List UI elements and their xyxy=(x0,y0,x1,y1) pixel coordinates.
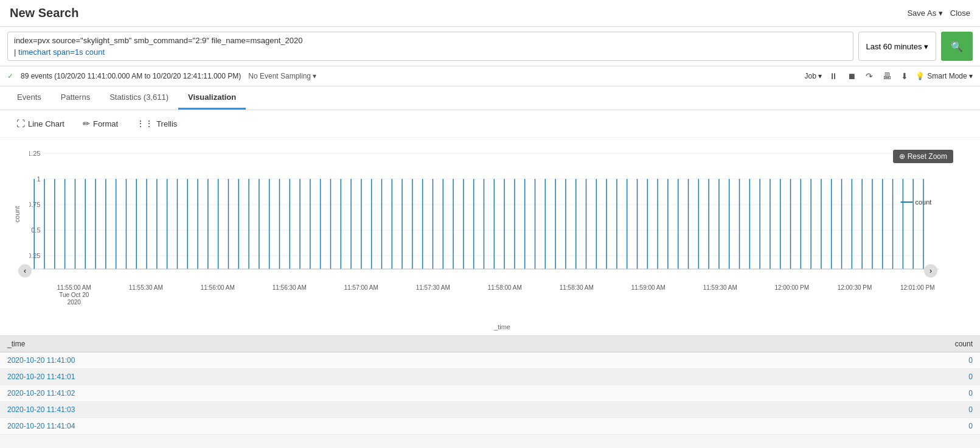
table-row: 2020-10-20 11:41:030 xyxy=(0,402,980,418)
cell-time: 2020-10-20 11:41:01 xyxy=(0,369,703,385)
trellis-icon: ⋮⋮ xyxy=(136,119,153,128)
query-line1: index=pvx source="skylight_smb" smb_comm… xyxy=(14,36,847,45)
stop-button[interactable]: ⏹ xyxy=(845,70,858,82)
table-row: 2020-10-20 11:41:010 xyxy=(0,369,980,385)
svg-text:11:56:00 AM: 11:56:00 AM xyxy=(201,284,235,291)
svg-text:0.75: 0.75 xyxy=(29,201,41,208)
x-axis-svg: 11:55:00 AM Tue Oct 20 2020 11:55:30 AM … xyxy=(29,281,926,321)
tab-patterns[interactable]: Patterns xyxy=(51,86,100,110)
cell-time: 2020-10-20 11:41:03 xyxy=(0,402,703,418)
tabs: Events Patterns Statistics (3,611) Visua… xyxy=(0,86,980,110)
status-events-text: 89 events (10/20/20 11:41:00.000 AM to 1… xyxy=(21,72,241,80)
svg-text:11:57:00 AM: 11:57:00 AM xyxy=(344,284,378,291)
data-table: _time count 2020-10-20 11:41:0002020-10-… xyxy=(0,336,980,435)
search-button[interactable]: 🔍 xyxy=(941,32,973,61)
close-button[interactable]: Close xyxy=(950,9,970,18)
table-header-row: _time count xyxy=(0,336,980,352)
event-sampling-button[interactable]: No Event Sampling ▾ xyxy=(248,72,316,80)
svg-text:11:57:30 AM: 11:57:30 AM xyxy=(416,284,450,291)
x-axis-label: _time xyxy=(5,321,975,335)
print-button[interactable]: 🖶 xyxy=(880,70,894,82)
svg-text:11:56:30 AM: 11:56:30 AM xyxy=(273,284,307,291)
table-row: 2020-10-20 11:41:040 xyxy=(0,418,980,435)
svg-text:12:00:00 PM: 12:00:00 PM xyxy=(774,284,809,291)
header-actions: Save As ▾ Close xyxy=(907,9,970,18)
tab-events[interactable]: Events xyxy=(7,86,51,110)
format-button[interactable]: ✏ Format xyxy=(74,115,127,132)
chart-container: ⊕ Reset Zoom count 1.25 xyxy=(5,147,975,335)
svg-text:11:58:30 AM: 11:58:30 AM xyxy=(560,284,594,291)
line-chart-button[interactable]: ⛶ Line Chart xyxy=(7,115,74,132)
col-header-time: _time xyxy=(0,336,703,352)
pipe-symbol: | xyxy=(14,47,16,57)
svg-text:1.25: 1.25 xyxy=(29,150,41,157)
line-chart-svg: 1.25 1 0.75 0.5 0.25 count xyxy=(29,147,939,281)
trellis-button[interactable]: ⋮⋮ Trellis xyxy=(127,115,186,132)
cell-count: 0 xyxy=(703,402,980,418)
tab-visualization[interactable]: Visualization xyxy=(178,86,246,110)
header: New Search Save As ▾ Close xyxy=(0,0,980,27)
pause-button[interactable]: ⏸ xyxy=(827,70,840,82)
col-header-count: count xyxy=(703,336,980,352)
forward-button[interactable]: ↷ xyxy=(863,70,875,82)
smart-mode-button[interactable]: 💡 Smart Mode ▾ xyxy=(916,72,973,80)
svg-text:12:01:00 PM: 12:01:00 PM xyxy=(900,284,935,291)
table-body: 2020-10-20 11:41:0002020-10-20 11:41:010… xyxy=(0,352,980,435)
svg-text:12:00:30 PM: 12:00:30 PM xyxy=(838,284,872,291)
timechart-keyword: timechart xyxy=(18,47,50,57)
chart-next-button[interactable]: › xyxy=(924,264,937,278)
svg-text:11:59:30 AM: 11:59:30 AM xyxy=(703,284,737,291)
time-range-button[interactable]: Last 60 minutes ▾ xyxy=(858,32,936,61)
save-as-button[interactable]: Save As ▾ xyxy=(907,9,942,18)
viz-toolbar: ⛶ Line Chart ✏ Format ⋮⋮ Trellis xyxy=(0,110,980,138)
search-input[interactable]: index=pvx source="skylight_smb" smb_comm… xyxy=(7,32,853,61)
svg-text:11:55:30 AM: 11:55:30 AM xyxy=(129,284,163,291)
search-bar: index=pvx source="skylight_smb" smb_comm… xyxy=(0,27,980,66)
svg-text:11:58:00 AM: 11:58:00 AM xyxy=(488,284,522,291)
query-line2: | timechart span=1s count xyxy=(14,47,847,57)
svg-text:2020: 2020 xyxy=(68,299,82,306)
cell-time: 2020-10-20 11:41:02 xyxy=(0,385,703,402)
cell-time: 2020-10-20 11:41:04 xyxy=(0,418,703,435)
status-right: Job ▾ ⏸ ⏹ ↷ 🖶 ⬇ 💡 Smart Mode ▾ xyxy=(805,70,973,82)
cell-count: 0 xyxy=(703,369,980,385)
line-chart-icon: ⛶ xyxy=(16,119,25,128)
tab-statistics[interactable]: Statistics (3,611) xyxy=(100,86,178,110)
page-title: New Search xyxy=(10,6,78,20)
count-keyword: count xyxy=(85,47,105,57)
cell-count: 0 xyxy=(703,418,980,435)
span-keyword: span=1s xyxy=(53,47,83,57)
download-button[interactable]: ⬇ xyxy=(898,70,911,82)
svg-text:Tue Oct 20: Tue Oct 20 xyxy=(59,292,89,298)
status-bar: ✓ 89 events (10/20/20 11:41:00.000 AM to… xyxy=(0,66,980,86)
table-row: 2020-10-20 11:41:000 xyxy=(0,352,980,369)
chart-prev-button[interactable]: ‹ xyxy=(18,264,32,278)
svg-text:11:59:00 AM: 11:59:00 AM xyxy=(631,284,665,291)
cell-count: 0 xyxy=(703,385,980,402)
cell-count: 0 xyxy=(703,352,980,369)
svg-text:1: 1 xyxy=(36,175,40,183)
status-check-icon: ✓ xyxy=(7,72,13,80)
table-row: 2020-10-20 11:41:020 xyxy=(0,385,980,402)
svg-text:11:55:00 AM: 11:55:00 AM xyxy=(57,284,91,291)
svg-text:count: count xyxy=(916,198,932,206)
chart-area: ⊕ Reset Zoom count 1.25 xyxy=(0,138,980,335)
format-icon: ✏ xyxy=(83,119,90,128)
cell-time: 2020-10-20 11:41:00 xyxy=(0,352,703,369)
lightbulb-icon: 💡 xyxy=(916,72,925,80)
y-axis-label: count xyxy=(13,206,21,223)
svg-text:0.5: 0.5 xyxy=(31,226,40,234)
reset-zoom-button[interactable]: ⊕ Reset Zoom xyxy=(893,150,953,163)
reset-zoom-icon: ⊕ xyxy=(899,152,905,161)
job-button[interactable]: Job ▾ xyxy=(805,72,822,80)
svg-text:0.25: 0.25 xyxy=(29,252,41,259)
